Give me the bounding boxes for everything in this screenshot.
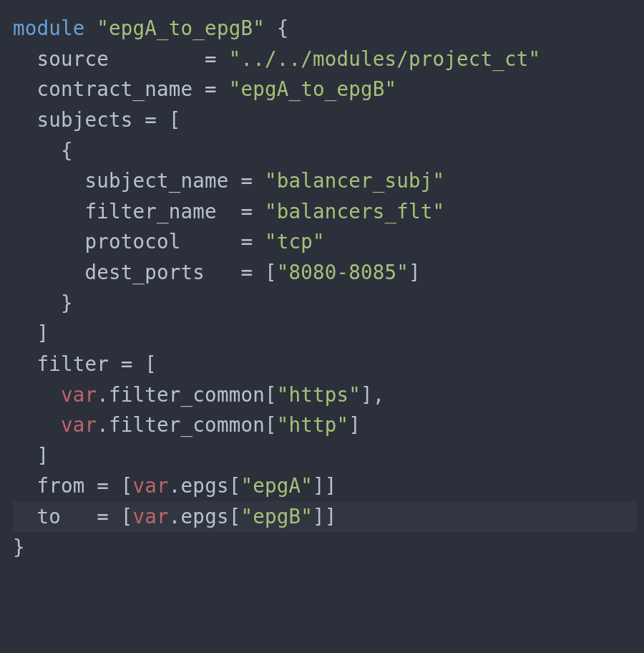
module-name: "epgA_to_epgB" (97, 16, 265, 39)
val-protocol: "tcp" (265, 230, 325, 253)
brace-open: { (277, 16, 289, 39)
key-protocol: protocol (85, 230, 181, 253)
key-contract: contract_name (37, 77, 193, 100)
close-bracket-1: ] (361, 383, 373, 406)
epg-a: "epgA" (240, 474, 313, 497)
double-close-2: ]] (313, 505, 337, 528)
var-keyword-3: var (133, 474, 169, 497)
key-source: source (37, 47, 109, 70)
var-keyword-2: var (61, 413, 97, 436)
filter-common-1: .filter_common[ (97, 383, 276, 406)
val-dest-ports: "8080-8085" (277, 261, 409, 284)
key-filter-name: filter_name (85, 200, 217, 223)
var-keyword-1: var (61, 383, 97, 406)
key-to: to (37, 505, 62, 528)
filter-common-http: "http" (277, 413, 349, 436)
val-filter-name: "balancers_flt" (265, 200, 444, 223)
var-keyword-4: var (133, 505, 169, 528)
val-subject-name: "balancer_subj" (265, 169, 444, 192)
epgs-open-1: .epgs[ (169, 474, 241, 497)
filter-common-2: .filter_common[ (97, 413, 276, 436)
double-close-1: ]] (313, 474, 337, 497)
key-filter: filter (37, 352, 109, 375)
key-subjects: subjects (37, 108, 133, 131)
key-subject-name: subject_name (85, 169, 229, 192)
key-dest-ports: dest_ports (85, 261, 205, 284)
close-bracket-2: ] (348, 413, 361, 436)
keyword-module: module (13, 16, 85, 39)
code-block: module "epgA_to_epgB" { source = "../../… (0, 0, 644, 575)
filter-common-https: "https" (277, 383, 361, 406)
val-source: "../../modules/project_ct" (229, 47, 541, 70)
highlighted-line: to = [var.epgs["epgB"]] (13, 501, 637, 532)
key-from: from (37, 474, 85, 497)
epg-b: "epgB" (240, 505, 313, 528)
val-contract: "epgA_to_epgB" (229, 77, 397, 100)
epgs-open-2: .epgs[ (169, 505, 241, 528)
brace-close: } (13, 536, 25, 558)
